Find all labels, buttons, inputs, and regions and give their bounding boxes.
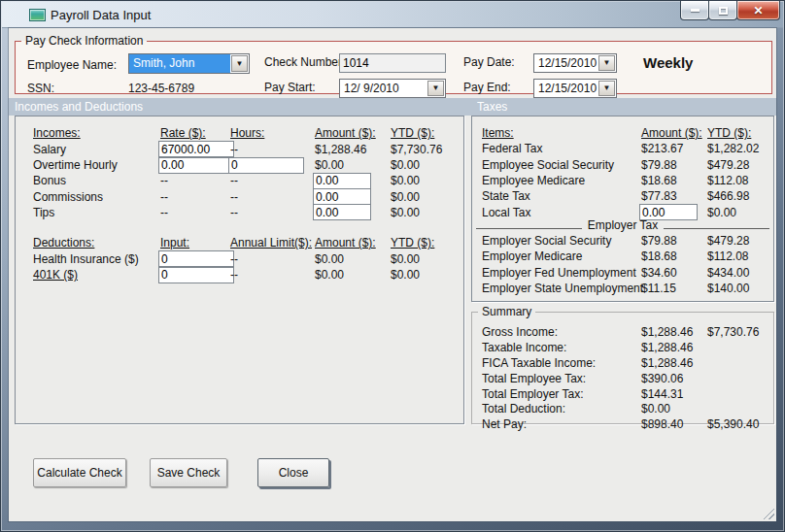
table-row: 401K ($) -- $0.00 $0.00: [16, 267, 463, 283]
commissions-amount-input[interactable]: [313, 188, 371, 205]
title-bar[interactable]: Payroll Data Input: [2, 2, 783, 28]
incomes-deductions-panel: Incomes: Rate ($): Hours: Amount ($): YT…: [15, 116, 464, 424]
summary-label: Total Employee Tax:: [482, 372, 641, 385]
employee-name-select[interactable]: Smith, John ▼: [128, 53, 250, 74]
income-label: Overtime Hourly: [33, 158, 160, 172]
window-frame: Payroll Data Input ✕ Pay Check Informati…: [0, 0, 785, 532]
cell: [230, 157, 315, 174]
cell: [160, 250, 230, 267]
deduction-label: Health Insurance ($): [33, 252, 160, 266]
table-row: Employer Medicare $18.68 $112.08: [472, 249, 773, 264]
cell: $79.88: [641, 234, 707, 248]
cell: $1,282.02: [707, 142, 773, 155]
cell: $213.67: [641, 142, 707, 155]
employee-name-dropdown-button[interactable]: ▼: [231, 55, 248, 72]
401k-input[interactable]: [158, 267, 234, 283]
check-number-label: Check Number:: [264, 55, 345, 69]
cell: $0.00: [391, 268, 463, 282]
section-header-bar: Incomes and Deductions Taxes: [9, 98, 776, 116]
col-header: Incomes:: [33, 126, 160, 140]
overtime-rate-input[interactable]: [158, 157, 234, 174]
cell: $0.00: [315, 158, 391, 172]
cell: $34.60: [641, 266, 707, 280]
incomes-deductions-header: Incomes and Deductions: [15, 100, 143, 114]
pay-end-label: Pay End:: [463, 81, 511, 94]
cell: $479.28: [707, 158, 773, 172]
table-row: Total Employee Tax: $390.06: [472, 371, 773, 386]
cell: --: [230, 190, 315, 204]
cell: $479.28: [707, 234, 773, 248]
cell: $18.68: [641, 174, 707, 187]
table-row: Health Insurance ($) -- $0.00 $0.00: [16, 250, 463, 266]
summary-label: Taxable Income:: [482, 341, 641, 354]
tips-amount-input[interactable]: [313, 204, 371, 220]
pay-start-value: 12/ 9/2010: [340, 80, 427, 97]
close-form-button[interactable]: Close: [257, 458, 329, 487]
cell: [160, 141, 230, 157]
maximize-button[interactable]: [708, 1, 737, 20]
income-label: Bonus: [33, 174, 160, 187]
tax-label: State Tax: [482, 189, 641, 203]
col-header: YTD ($):: [707, 126, 773, 140]
table-row: Overtime Hourly $0.00 $0.00: [16, 157, 463, 173]
cell: $0.00: [391, 190, 463, 204]
cell: --: [160, 206, 230, 219]
close-icon: ✕: [753, 4, 763, 17]
salary-rate-input[interactable]: [158, 141, 234, 157]
cell: $144.31: [641, 387, 707, 401]
taxes-panel: Items: Amount ($): YTD ($): Federal Tax …: [471, 116, 774, 302]
bonus-amount-input[interactable]: [313, 173, 371, 189]
table-row: Commissions -- -- $0.00: [16, 188, 463, 204]
app-icon: [29, 9, 46, 21]
pay-start-label: Pay Start:: [264, 81, 316, 94]
table-row: Bonus -- -- $0.00: [16, 173, 463, 188]
cell: $18.68: [641, 249, 707, 263]
cell: $0.00: [391, 174, 463, 187]
cell: $0.00: [391, 252, 463, 266]
col-header: Items:: [482, 126, 641, 140]
pay-start-dropdown-button[interactable]: ▼: [427, 81, 444, 96]
pay-end-picker[interactable]: 12/15/2010 ▼: [533, 79, 617, 98]
resize-grip[interactable]: [762, 507, 774, 519]
col-header: Amount ($):: [641, 126, 707, 140]
paycheck-info-group: Pay Check Information Employee Name: Smi…: [15, 34, 772, 94]
pay-start-picker[interactable]: 12/ 9/2010 ▼: [339, 79, 446, 98]
401k-link[interactable]: 401K ($): [33, 268, 160, 282]
check-number-input[interactable]: [339, 53, 446, 73]
summary-label: Total Employer Tax:: [482, 387, 641, 401]
employer-tax-divider: Employer Tax: [476, 217, 769, 233]
cell: $7,730.76: [391, 143, 463, 156]
cell: --: [230, 206, 315, 219]
summary-group: Summary Gross Income: $1,288.46 $7,730.7…: [471, 305, 774, 424]
minimize-button[interactable]: [680, 1, 709, 20]
pay-date-picker[interactable]: 12/15/2010 ▼: [533, 53, 617, 73]
table-row: Federal Tax $213.67 $1,282.02: [472, 141, 773, 156]
col-header: Input:: [160, 236, 230, 249]
pay-frequency-label: Weekly: [643, 54, 693, 71]
col-header: YTD ($):: [391, 126, 463, 140]
summary-label: Gross Income:: [482, 325, 641, 339]
cell: --: [230, 252, 315, 266]
cell: $140.00: [707, 282, 773, 295]
cell: --: [230, 174, 315, 187]
cell: --: [230, 143, 315, 156]
pay-date-dropdown-button[interactable]: ▼: [598, 55, 615, 71]
table-row: Employer Social Security $79.88 $479.28: [472, 233, 773, 249]
cell: $434.00: [707, 266, 773, 280]
health-insurance-input[interactable]: [158, 250, 234, 267]
save-check-button[interactable]: Save Check: [150, 458, 227, 487]
maximize-icon: [719, 7, 728, 15]
close-button[interactable]: ✕: [736, 1, 780, 20]
cell: --: [160, 174, 230, 187]
income-label: Tips: [33, 206, 160, 219]
col-header: YTD ($):: [391, 236, 463, 249]
overtime-hours-input[interactable]: [228, 157, 304, 174]
tax-label: Employee Medicare: [482, 174, 641, 187]
client-area: Pay Check Information Employee Name: Smi…: [9, 28, 776, 521]
income-label: Salary: [33, 143, 160, 156]
cell: $5,390.40: [707, 417, 773, 431]
calculate-check-button[interactable]: Calculate Check: [33, 458, 126, 487]
pay-end-dropdown-button[interactable]: ▼: [598, 81, 615, 96]
col-header: Deductions:: [33, 236, 160, 249]
employer-tax-label: Employer Tax: [582, 218, 664, 232]
